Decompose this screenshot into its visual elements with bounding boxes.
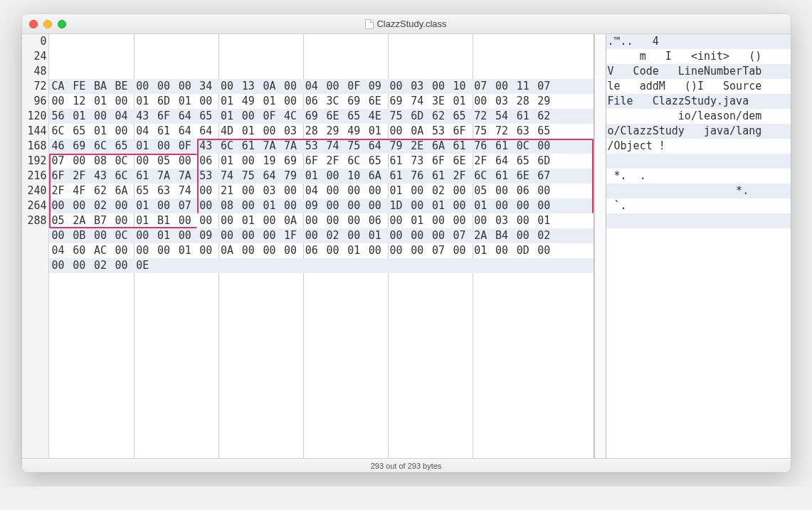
hex-byte[interactable]: 73 [411,154,432,169]
hex-byte[interactable]: 00 [453,243,475,258]
hex-byte[interactable]: 10 [453,79,475,94]
hex-byte[interactable]: 01 [94,124,115,139]
hex-byte[interactable]: 4D [221,124,242,139]
hex-byte[interactable]: 72 [495,124,517,139]
hex-byte[interactable]: 6C [474,169,495,184]
hex-byte[interactable]: 01 [474,198,495,213]
hex-byte[interactable]: 53 [305,139,327,154]
hex-byte[interactable]: 00 [115,124,137,139]
hex-byte[interactable]: 00 [369,198,390,213]
hex-byte[interactable]: 03 [284,124,305,139]
hex-byte[interactable]: 6D [157,94,179,109]
hex-area[interactable]: CAFEBABE0000003400130A0004000F0900030010… [49,34,594,458]
hex-byte[interactable]: 2F [73,169,94,184]
hex-byte[interactable]: 00 [326,79,347,94]
hex-byte[interactable]: 02 [432,184,453,198]
hex-byte[interactable]: 61 [495,139,517,154]
hex-byte[interactable]: 00 [73,198,94,213]
hex-byte[interactable]: 29 [326,124,347,139]
hex-row[interactable]: 000002000E [49,258,594,273]
hex-byte[interactable]: 61 [495,169,517,184]
hex-byte[interactable]: 28 [517,94,538,109]
hex-byte[interactable]: 00 [326,169,347,184]
hex-byte[interactable]: 00 [199,198,221,213]
hex-row[interactable]: 00120100016D010001490100063C696E69743E01… [49,94,594,109]
hex-byte[interactable]: 07 [179,198,200,213]
hex-byte[interactable]: 00 [263,243,284,258]
hex-byte[interactable]: 00 [179,79,200,94]
hex-byte[interactable]: 00 [179,154,200,169]
hex-byte[interactable]: 00 [432,213,453,228]
hex-byte[interactable]: 00 [52,94,73,109]
hex-byte[interactable]: 01 [242,124,263,139]
hex-byte[interactable]: 05 [157,154,179,169]
hex-byte[interactable]: 00 [115,198,137,213]
hex-byte[interactable]: 06 [517,184,538,198]
hex-byte[interactable]: B7 [94,213,115,228]
hex-byte[interactable]: 6E [517,169,538,184]
hex-byte[interactable]: 07 [432,243,453,258]
hex-byte[interactable]: 00 [517,213,538,228]
hex-byte[interactable]: 65 [517,154,538,169]
ascii-row[interactable]: m I <init> () [606,49,791,64]
hex-byte[interactable]: 01 [432,198,453,213]
hex-byte[interactable]: 00 [347,184,369,198]
hex-byte[interactable]: 00 [242,154,263,169]
hex-byte[interactable]: 04 [305,184,327,198]
hex-row[interactable]: 052AB70001B100000001000A0000000600010000… [49,213,594,228]
hex-byte[interactable]: 61 [390,169,411,184]
hex-byte[interactable]: 64 [179,109,200,124]
hex-byte[interactable]: 65 [73,124,94,139]
hex-byte[interactable]: 00 [136,154,157,169]
hex-byte[interactable]: 00 [517,228,538,243]
hex-byte[interactable]: 7A [284,139,305,154]
hex-byte[interactable]: 03 [411,79,432,94]
hex-byte[interactable]: FE [73,79,94,94]
hex-byte[interactable]: 05 [474,184,495,198]
hex-byte[interactable]: 61 [136,169,157,184]
hex-row[interactable]: 0460AC00000001000A0000000600010000000700… [49,243,594,258]
hex-byte[interactable]: 65 [347,109,369,124]
hex-byte[interactable]: 03 [263,184,284,198]
hex-byte[interactable]: 3E [432,94,453,109]
hex-byte[interactable]: 63 [157,184,179,198]
hex-byte[interactable]: 00 [347,213,369,228]
hex-byte[interactable]: 07 [453,228,475,243]
hex-byte[interactable]: 00 [495,198,517,213]
hex-byte[interactable]: 06 [369,213,390,228]
hex-byte[interactable]: 6E [369,94,390,109]
hex-byte[interactable]: 00 [284,94,305,109]
hex-byte[interactable]: 63 [517,124,538,139]
hex-byte[interactable]: 64 [263,169,284,184]
hex-byte[interactable]: 00 [221,79,242,94]
hex-byte[interactable]: 00 [305,228,327,243]
hex-byte[interactable]: 74 [326,139,347,154]
hex-row[interactable]: 2F4F626A65637400210003000400000001000200… [49,184,594,198]
hex-byte[interactable]: 2F [326,154,347,169]
hex-byte[interactable]: 00 [326,198,347,213]
hex-byte[interactable]: 03 [495,94,517,109]
ascii-row[interactable]: V Code LineNumberTab [606,64,791,79]
hex-byte[interactable]: 2F [474,154,495,169]
hex-byte[interactable]: 00 [221,228,242,243]
hex-byte[interactable]: 01 [369,228,390,243]
hex-byte[interactable]: 69 [390,94,411,109]
hex-byte[interactable]: 21 [221,184,242,198]
hex-byte[interactable]: 62 [432,109,453,124]
hex-byte[interactable]: 00 [263,124,284,139]
hex-byte[interactable]: 2F [453,169,475,184]
hex-byte[interactable]: 01 [537,213,559,228]
hex-byte[interactable]: 00 [157,243,179,258]
hex-byte[interactable]: 49 [242,94,263,109]
hex-byte[interactable]: 6F [432,154,453,169]
hex-byte[interactable]: 00 [537,198,559,213]
hex-byte[interactable]: 00 [369,243,390,258]
hex-byte[interactable]: 2A [474,228,495,243]
hex-byte[interactable]: 07 [474,79,495,94]
ascii-row[interactable]: `. [606,198,791,213]
hex-byte[interactable]: 4E [369,109,390,124]
hex-byte[interactable]: 01 [136,139,157,154]
hex-byte[interactable]: 00 [242,198,263,213]
hex-byte[interactable]: 01 [263,198,284,213]
ascii-row[interactable]: /Object ! [606,139,791,154]
